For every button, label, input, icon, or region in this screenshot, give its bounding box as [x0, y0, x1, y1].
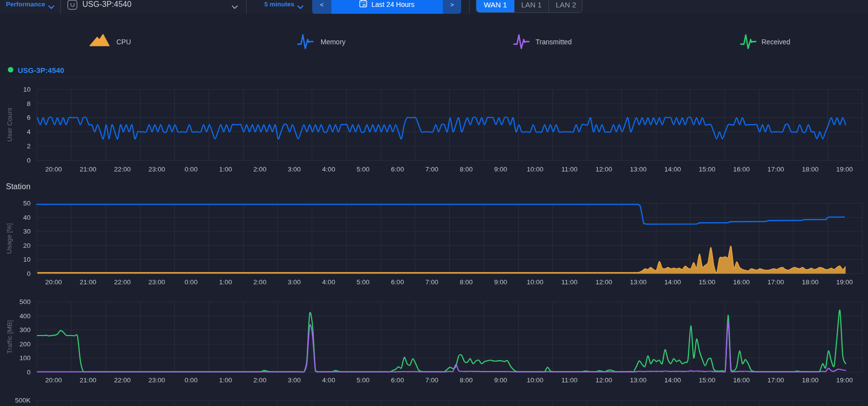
svg-text:0:00: 0:00: [184, 376, 197, 384]
svg-text:1:00: 1:00: [219, 278, 232, 286]
svg-text:13:00: 13:00: [630, 166, 647, 173]
svg-text:6:00: 6:00: [391, 376, 404, 384]
svg-text:4:00: 4:00: [322, 278, 335, 286]
svg-text:3:00: 3:00: [288, 376, 301, 384]
svg-text:23:00: 23:00: [148, 166, 165, 173]
svg-text:500: 500: [19, 298, 31, 305]
svg-text:2:00: 2:00: [253, 278, 266, 286]
svg-text:5:00: 5:00: [357, 166, 369, 173]
svg-text:20:00: 20:00: [45, 376, 62, 384]
svg-text:30: 30: [23, 228, 31, 235]
svg-text:3:00: 3:00: [288, 166, 301, 173]
svg-text:11:00: 11:00: [561, 376, 578, 384]
svg-text:5:00: 5:00: [357, 376, 369, 384]
svg-text:10:00: 10:00: [527, 166, 543, 173]
svg-text:14:00: 14:00: [664, 166, 681, 173]
svg-text:0: 0: [27, 270, 31, 277]
svg-text:16:00: 16:00: [733, 376, 750, 384]
svg-text:11:00: 11:00: [561, 166, 578, 173]
svg-text:18:00: 18:00: [802, 376, 819, 384]
svg-text:5:00: 5:00: [357, 278, 369, 286]
svg-text:14:00: 14:00: [664, 278, 681, 286]
svg-text:17:00: 17:00: [767, 166, 784, 173]
svg-text:10: 10: [23, 256, 31, 263]
svg-text:2:00: 2:00: [253, 166, 266, 173]
svg-text:6:00: 6:00: [391, 278, 404, 286]
svg-text:22:00: 22:00: [114, 376, 131, 384]
svg-text:31: 31: [362, 3, 366, 6]
svg-text:12:00: 12:00: [596, 166, 613, 173]
svg-text:20:00: 20:00: [45, 278, 62, 286]
svg-text:12:00: 12:00: [596, 376, 613, 384]
svg-text:8:00: 8:00: [460, 278, 472, 286]
svg-text:50: 50: [23, 200, 31, 207]
svg-text:4: 4: [27, 128, 31, 135]
svg-text:11:00: 11:00: [561, 278, 578, 286]
svg-text:19:00: 19:00: [836, 166, 853, 173]
svg-text:300: 300: [19, 326, 31, 334]
svg-text:12:00: 12:00: [596, 278, 613, 286]
svg-text:0: 0: [27, 369, 31, 376]
svg-text:40: 40: [23, 214, 31, 221]
svg-text:19:00: 19:00: [836, 376, 853, 384]
svg-text:2:00: 2:00: [253, 376, 266, 384]
svg-text:10:00: 10:00: [527, 278, 543, 286]
svg-text:21:00: 21:00: [79, 166, 96, 173]
svg-text:500K: 500K: [15, 397, 31, 404]
svg-text:6:00: 6:00: [391, 166, 404, 173]
svg-text:6: 6: [27, 114, 31, 121]
svg-text:9:00: 9:00: [494, 278, 507, 286]
svg-text:18:00: 18:00: [802, 278, 819, 286]
svg-text:7:00: 7:00: [426, 376, 438, 384]
svg-text:23:00: 23:00: [148, 278, 165, 286]
svg-text:16:00: 16:00: [733, 166, 750, 173]
svg-text:200: 200: [19, 340, 31, 348]
svg-text:0: 0: [27, 157, 31, 164]
svg-text:8:00: 8:00: [460, 376, 472, 384]
svg-text:7:00: 7:00: [426, 166, 438, 173]
svg-text:2: 2: [27, 142, 31, 150]
svg-text:10: 10: [23, 86, 31, 93]
svg-text:0:00: 0:00: [184, 278, 197, 286]
svg-text:100: 100: [19, 354, 31, 362]
svg-text:3:00: 3:00: [288, 278, 301, 286]
svg-text:15:00: 15:00: [699, 278, 716, 286]
svg-text:21:00: 21:00: [79, 376, 96, 384]
svg-text:14:00: 14:00: [664, 376, 681, 384]
svg-text:17:00: 17:00: [767, 376, 784, 384]
svg-text:400: 400: [19, 312, 31, 320]
svg-text:15:00: 15:00: [699, 376, 716, 384]
svg-text:7:00: 7:00: [426, 278, 438, 286]
svg-text:18:00: 18:00: [802, 166, 819, 173]
svg-text:8: 8: [27, 100, 31, 107]
svg-text:22:00: 22:00: [114, 278, 131, 286]
svg-text:1:00: 1:00: [219, 376, 232, 384]
svg-text:9:00: 9:00: [494, 166, 507, 173]
svg-text:15:00: 15:00: [699, 166, 716, 173]
svg-text:10:00: 10:00: [527, 376, 543, 384]
svg-text:20: 20: [23, 242, 31, 249]
svg-text:8:00: 8:00: [460, 166, 472, 173]
svg-text:13:00: 13:00: [630, 376, 647, 384]
svg-text:9:00: 9:00: [494, 376, 507, 384]
svg-text:19:00: 19:00: [836, 278, 853, 286]
svg-text:User Count: User Count: [6, 108, 13, 142]
svg-text:13:00: 13:00: [630, 278, 647, 286]
svg-text:17:00: 17:00: [767, 278, 784, 286]
svg-text:4:00: 4:00: [322, 376, 335, 384]
svg-text:22:00: 22:00: [114, 166, 131, 173]
svg-text:Traffic [MB]: Traffic [MB]: [6, 320, 13, 354]
svg-text:0:00: 0:00: [184, 166, 197, 173]
svg-text:21:00: 21:00: [79, 278, 96, 286]
svg-text:23:00: 23:00: [148, 376, 165, 384]
svg-text:4:00: 4:00: [322, 166, 335, 173]
svg-text:Usage [%]: Usage [%]: [6, 223, 13, 254]
svg-text:20:00: 20:00: [45, 166, 62, 173]
svg-text:1:00: 1:00: [219, 166, 232, 173]
svg-text:16:00: 16:00: [733, 278, 750, 286]
